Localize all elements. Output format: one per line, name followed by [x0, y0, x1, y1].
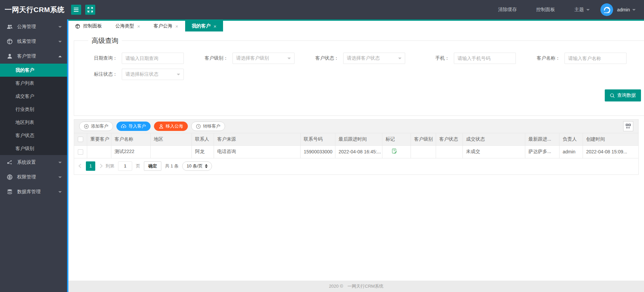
sidebar-item-my-customers[interactable]: 我的客户 [0, 64, 67, 77]
field-label: 客户名称： [532, 55, 560, 61]
close-icon[interactable]: × [175, 24, 178, 29]
total-count-label: 共 1 条 [165, 163, 178, 169]
query-data-button[interactable]: 查询数据 [605, 89, 641, 101]
footer-text: 2020 © 一网天行CRM系统 [329, 283, 384, 289]
theme-label: 主题 [575, 7, 584, 13]
sidebar-subitem-label: 客户状态 [15, 133, 34, 139]
query-row-2: 标注状态： 请选择标注状态 [81, 69, 642, 80]
field-customer-name: 客户名称： [532, 53, 642, 64]
page-size-select[interactable]: 10 条/页 [182, 161, 212, 171]
app-title: 一网天行CRM系统 [0, 5, 67, 14]
sidebar-item-customer-management[interactable]: 客户管理 [0, 49, 67, 64]
sidebar-item-deal-customers[interactable]: 成交客户 [0, 90, 67, 103]
cell-contact: 阿龙 [192, 145, 214, 158]
sidebar-subitem-label: 地区列表 [15, 120, 34, 126]
select-all-checkbox[interactable] [78, 137, 83, 142]
table-header-row: 重要客户 客户名称 地区 联系人 客户来源 联系号码 最后跟进时间 标记 客户级… [74, 133, 638, 145]
tab-customer-sea[interactable]: 客户公海 × [147, 21, 185, 31]
customer-level-select[interactable]: 请选择客户级别 [232, 53, 294, 64]
sidebar-subitem-label: 行业类别 [15, 106, 34, 113]
tab-control-panel[interactable]: 控制面板 [68, 21, 109, 31]
date-query-input[interactable] [122, 53, 184, 64]
sidebar-item-sea-management[interactable]: 公海管理 [0, 19, 67, 34]
add-customer-button[interactable]: 添加客户 [79, 122, 113, 131]
field-label: 日期查询： [89, 55, 117, 61]
prev-page-icon[interactable] [78, 164, 83, 168]
cell-created: 2022-04-08 15:09... [583, 145, 638, 158]
user-menu[interactable]: admin [617, 7, 636, 12]
chevron-down-icon [177, 74, 180, 75]
row-checkbox[interactable] [78, 149, 83, 155]
goto-page-input[interactable] [118, 161, 132, 171]
col-mark: 标记 [382, 133, 411, 145]
transfer-customer-label: 转移客户 [203, 123, 220, 129]
sidebar-item-customer-status[interactable]: 客户状态 [0, 129, 67, 142]
cell-customer-name: 测试2222 [111, 145, 150, 158]
advanced-query-panel: 高级查询 日期查询： 客户级别： 请选择客户级别 客户状态： [74, 36, 644, 116]
customer-status-select[interactable]: 请选择客户状态 [343, 53, 405, 64]
tab-label: 公海类型 [115, 23, 134, 29]
cell-latest-follow: 萨达萨多... [525, 145, 559, 158]
cell-level [411, 145, 436, 158]
sidebar-item-industry-category[interactable]: 行业类别 [0, 103, 67, 116]
sidebar-subitem-label: 客户级别 [15, 146, 34, 152]
current-page-button[interactable]: 1 [86, 161, 95, 171]
theme-menu[interactable]: 主题 [575, 7, 590, 13]
user-icon [159, 124, 164, 129]
tab-sea-type[interactable]: 公海类型 × [109, 21, 147, 31]
users-icon [7, 24, 13, 30]
chevron-down-icon [287, 58, 291, 59]
clear-cache-link[interactable]: 清除缓存 [498, 7, 517, 13]
sidebar-item-system-settings[interactable]: 系统设置 [0, 155, 67, 170]
mark-status-select[interactable]: 请选择标注状态 [122, 69, 184, 80]
add-customer-label: 添加客户 [91, 123, 108, 129]
phone-input[interactable] [454, 53, 516, 64]
sidebar-item-permission-management[interactable]: 权限管理 [0, 170, 67, 185]
select-placeholder: 请选择客户级别 [236, 55, 269, 61]
move-to-sea-button[interactable]: 移入公海 [154, 122, 188, 131]
close-icon[interactable]: × [214, 24, 217, 29]
page-size-label: 10 条/页 [186, 163, 203, 169]
col-latest-follow: 最新跟进... [525, 133, 559, 145]
chevron-down-icon [398, 58, 401, 59]
username: admin [617, 7, 630, 12]
customer-table-card: 添加客户 导入客户 移入公海 [74, 119, 639, 175]
collapse-sidebar-button[interactable] [71, 5, 81, 15]
sidebar-item-database-management[interactable]: 数据库管理 [0, 185, 67, 199]
customer-name-input[interactable] [565, 53, 627, 64]
plus-circle-icon [84, 124, 89, 129]
control-panel-link[interactable]: 控制面板 [536, 7, 555, 13]
tab-my-customers[interactable]: 我的客户 × [185, 21, 223, 31]
page-content: 高级查询 日期查询： 客户级别： 请选择客户级别 客户状态： [68, 31, 644, 281]
share-icon [7, 159, 13, 165]
mark-edit-icon[interactable] [392, 148, 397, 154]
select-placeholder: 请选择客户状态 [347, 55, 380, 61]
customer-table: 重要客户 客户名称 地区 联系人 客户来源 联系号码 最后跟进时间 标记 客户级… [74, 133, 638, 158]
query-data-label: 查询数据 [617, 92, 636, 98]
column-filter-button[interactable] [623, 121, 633, 131]
col-last-follow: 最后跟进时间 [335, 133, 382, 145]
web-icon [7, 174, 13, 180]
col-status: 客户状态 [436, 133, 463, 145]
sidebar-item-label: 系统设置 [17, 159, 36, 165]
sidebar-item-customer-list[interactable]: 客户列表 [0, 77, 67, 90]
sidebar-item-region-list[interactable]: 地区列表 [0, 116, 67, 129]
upload-cloud-icon [121, 124, 126, 129]
sidebar-item-customer-level[interactable]: 客户级别 [0, 142, 67, 155]
close-icon[interactable]: × [137, 24, 140, 29]
avatar[interactable] [600, 3, 613, 16]
fullscreen-button[interactable] [85, 5, 95, 15]
sidebar-item-leads-management[interactable]: 线索管理 [0, 34, 67, 49]
pagination-bar: 1 到第 页 确定 共 1 条 10 条/页 [74, 158, 638, 174]
col-important: 重要客户 [87, 133, 111, 145]
sidebar-subitem-label: 成交客户 [15, 93, 34, 99]
field-phone: 手机： [421, 53, 532, 64]
cell-important [87, 145, 111, 158]
transfer-customer-button[interactable]: 转移客户 [191, 122, 225, 131]
next-page-icon[interactable] [98, 164, 103, 168]
import-customer-button[interactable]: 导入客户 [116, 122, 151, 131]
field-customer-status: 客户状态： 请选择客户状态 [310, 53, 421, 64]
confirm-page-button[interactable]: 确定 [144, 161, 161, 171]
cell-source: 电话咨询 [214, 145, 300, 158]
page-footer: 2020 © 一网天行CRM系统 [68, 281, 644, 292]
